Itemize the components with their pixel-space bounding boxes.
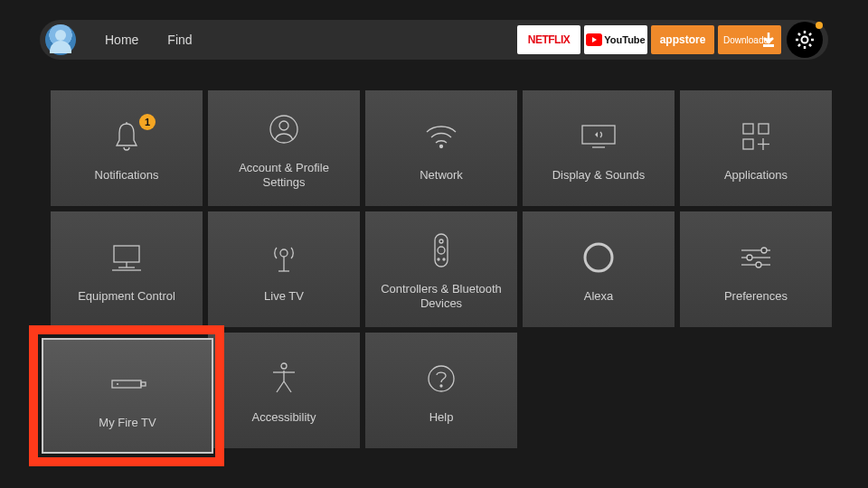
svg-point-39: [440, 385, 442, 387]
app-downloader[interactable]: Downloader: [718, 25, 781, 54]
svg-rect-14: [114, 246, 139, 262]
svg-rect-10: [759, 124, 769, 134]
wifi-icon: [423, 123, 459, 150]
accessibility-icon: [269, 361, 298, 396]
svg-point-23: [438, 247, 445, 254]
tile-label: Account & Profile Settings: [221, 161, 347, 191]
svg-point-25: [443, 258, 445, 260]
svg-rect-11: [743, 139, 753, 149]
help-icon: [426, 363, 457, 394]
tile-label: Alexa: [584, 289, 614, 304]
svg-point-32: [756, 262, 761, 267]
tile-label: Applications: [724, 168, 788, 183]
tile-label: Network: [420, 168, 463, 183]
svg-point-42: [117, 383, 118, 385]
svg-point-24: [438, 258, 439, 260]
tile-network[interactable]: Network: [365, 90, 517, 206]
tile-notifications[interactable]: 1 Notifications: [51, 90, 203, 206]
app-netflix[interactable]: NETFLIX: [517, 25, 580, 54]
svg-line-36: [277, 381, 284, 392]
svg-point-2: [802, 37, 808, 43]
svg-point-22: [439, 239, 443, 243]
tile-applications[interactable]: Applications: [680, 90, 832, 206]
nav-home[interactable]: Home: [105, 33, 138, 47]
svg-rect-1: [763, 44, 774, 47]
nav-find[interactable]: Find: [167, 33, 192, 47]
gear-icon: [794, 29, 816, 51]
tile-label: My Fire TV: [99, 416, 156, 430]
profile-avatar[interactable]: [45, 24, 76, 55]
tile-preferences[interactable]: Preferences: [680, 211, 832, 327]
svg-point-6: [440, 145, 443, 147]
tile-label: Equipment Control: [78, 289, 175, 304]
bell-icon: [112, 120, 141, 153]
svg-point-18: [280, 249, 288, 257]
tile-livetv[interactable]: Live TV: [208, 211, 360, 327]
settings-button[interactable]: [787, 22, 823, 58]
app-youtube-label: YouTube: [604, 34, 645, 45]
svg-point-30: [747, 255, 752, 260]
svg-point-28: [761, 248, 767, 253]
tile-label: Live TV: [264, 289, 304, 304]
tile-equipment[interactable]: Equipment Control: [51, 211, 203, 327]
tile-alexa[interactable]: Alexa: [523, 211, 675, 327]
download-arrow-icon: [761, 31, 776, 49]
svg-point-4: [270, 116, 297, 143]
tile-label: Help: [429, 410, 454, 425]
person-icon: [269, 114, 299, 145]
svg-point-26: [585, 244, 612, 271]
monitor-icon: [109, 242, 144, 273]
svg-point-38: [429, 366, 454, 391]
tile-help[interactable]: Help: [365, 333, 517, 448]
app-appstore[interactable]: appstore: [651, 25, 714, 54]
svg-rect-40: [112, 380, 141, 388]
tile-controllers[interactable]: Controllers & Bluetooth Devices: [365, 211, 517, 327]
tile-myfiretv[interactable]: My Fire TV: [42, 338, 213, 454]
firetv-stick-icon: [107, 377, 148, 391]
tile-label: Notifications: [95, 168, 159, 183]
notification-badge: 1: [139, 114, 156, 130]
tile-label: Preferences: [724, 289, 788, 304]
svg-rect-9: [743, 124, 753, 134]
top-nav-bar: Home Find NETFLIX YouTube appstore Downl…: [40, 20, 828, 60]
svg-point-5: [279, 121, 288, 130]
tile-label: Controllers & Bluetooth Devices: [378, 282, 505, 312]
svg-rect-41: [141, 382, 146, 386]
svg-line-37: [284, 381, 291, 392]
alexa-icon: [582, 241, 615, 274]
sliders-icon: [739, 245, 773, 270]
tile-accessibility[interactable]: Accessibility: [208, 333, 360, 448]
apps-icon: [741, 121, 771, 152]
svg-point-33: [281, 363, 287, 369]
antenna-icon: [269, 240, 298, 275]
tile-account[interactable]: Account & Profile Settings: [208, 90, 360, 206]
app-youtube[interactable]: YouTube: [584, 25, 647, 54]
remote-icon: [433, 232, 449, 268]
notification-dot-icon: [816, 22, 823, 29]
tv-sound-icon: [580, 123, 618, 150]
svg-rect-7: [582, 126, 615, 144]
tile-label: Accessibility: [252, 410, 316, 425]
tile-display[interactable]: Display & Sounds: [523, 90, 675, 206]
tile-label: Display & Sounds: [552, 168, 646, 183]
